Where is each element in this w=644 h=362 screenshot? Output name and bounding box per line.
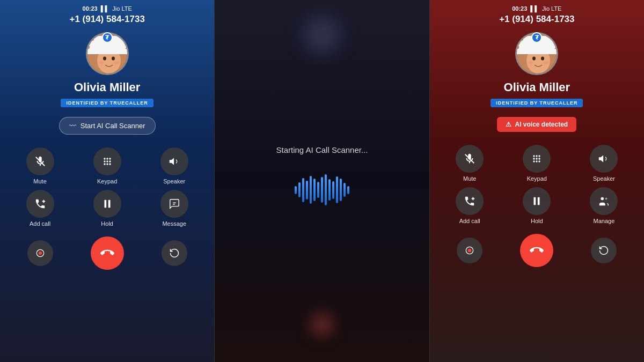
- svg-point-54: [468, 249, 472, 253]
- end-call-button-1[interactable]: [91, 237, 124, 270]
- hold-control-1[interactable]: Hold: [74, 190, 141, 227]
- blurred-face-bottom: [306, 308, 338, 341]
- keypad-control-1[interactable]: Keypad: [74, 147, 141, 184]
- mute-button-3[interactable]: [456, 145, 484, 173]
- avatar-container-1: ₮: [86, 32, 129, 75]
- wave-bar: [328, 179, 331, 201]
- svg-point-17: [106, 163, 108, 165]
- manage-button-3[interactable]: [590, 187, 618, 215]
- keypad-label-3: Keypad: [527, 175, 547, 182]
- avatar-container-3: ₮: [515, 32, 558, 75]
- rec-control-1[interactable]: [6, 240, 74, 266]
- rotate-control-3[interactable]: [570, 238, 638, 263]
- addcall-label-1: Add call: [30, 220, 50, 227]
- truecaller-identified-badge-3: IDENTIFIED BY TRUECALLER: [491, 99, 583, 107]
- addcall-button-3[interactable]: [456, 187, 484, 215]
- wave-bar: [306, 181, 308, 200]
- svg-rect-22: [104, 200, 106, 208]
- svg-point-45: [536, 160, 538, 162]
- svg-rect-50: [534, 197, 536, 205]
- rec-button-3[interactable]: [457, 238, 482, 263]
- speaker-control-3[interactable]: Speaker: [570, 145, 638, 182]
- keypad-button-1[interactable]: [93, 147, 121, 175]
- manage-label-3: Manage: [594, 218, 615, 224]
- bottom-row-3: [430, 230, 644, 267]
- speaker-label-1: Speaker: [163, 178, 185, 184]
- svg-point-26: [38, 252, 42, 255]
- rotate-control-1[interactable]: [141, 240, 208, 266]
- svg-point-8: [114, 61, 119, 64]
- truecaller-identified-badge-1: IDENTIFIED BY TRUECALLER: [61, 99, 153, 107]
- svg-point-34: [541, 57, 544, 61]
- keypad-button-3[interactable]: [523, 145, 551, 173]
- mute-label-3: Mute: [463, 175, 476, 182]
- rec-button-1[interactable]: [27, 240, 53, 266]
- hold-button-1[interactable]: [93, 190, 121, 218]
- end-call-control-3[interactable]: [503, 234, 570, 267]
- addcall-button-1[interactable]: [26, 190, 54, 218]
- wave-bar: [336, 176, 338, 203]
- controls-grid-1: Mute Keypad Speaker: [0, 147, 214, 184]
- wave-bar: [313, 179, 316, 201]
- manage-control-3[interactable]: Manage: [570, 187, 638, 224]
- addcall-control-3[interactable]: Add call: [436, 187, 503, 224]
- carrier-3: Jio LTE: [542, 5, 561, 12]
- svg-point-4: [97, 45, 121, 53]
- svg-point-44: [533, 160, 535, 162]
- hold-button-3[interactable]: [523, 187, 551, 215]
- status-bar-1: 00:23 ▌▌ Jio LTE: [0, 0, 214, 14]
- svg-point-41: [533, 158, 535, 159]
- mute-button-1[interactable]: [26, 147, 54, 175]
- speaker-button-1[interactable]: [160, 147, 188, 175]
- keypad-control-3[interactable]: Keypad: [503, 145, 570, 182]
- scanning-text: Starting AI Call Scanner...: [276, 145, 368, 154]
- svg-point-14: [106, 160, 108, 162]
- wave-bar: [347, 186, 349, 194]
- wave-bar: [298, 182, 301, 197]
- svg-marker-47: [599, 156, 603, 162]
- svg-point-3: [97, 48, 121, 73]
- svg-point-7: [99, 61, 104, 64]
- scanner-btn-label: Start AI Call Scanner: [80, 122, 145, 130]
- svg-point-10: [104, 158, 105, 159]
- svg-point-33: [532, 57, 536, 61]
- svg-point-18: [109, 163, 111, 165]
- svg-rect-23: [108, 200, 110, 208]
- ai-detected-badge: ⚠ AI voice detected: [497, 117, 576, 132]
- message-control-1[interactable]: Message: [141, 190, 208, 227]
- speaker-button-3[interactable]: [590, 145, 618, 173]
- wave-bar: [317, 182, 319, 198]
- hold-label-3: Hold: [531, 218, 543, 224]
- rotate-button-3[interactable]: [591, 238, 617, 263]
- truecaller-badge-icon-3: ₮: [531, 32, 542, 43]
- rec-control-3[interactable]: [436, 238, 503, 263]
- svg-point-36: [543, 61, 548, 64]
- rotate-button-1[interactable]: [162, 240, 187, 266]
- svg-point-35: [528, 61, 533, 64]
- warning-icon: ⚠: [506, 121, 511, 128]
- end-call-button-3[interactable]: [520, 234, 553, 267]
- status-bar-3: 00:23 ▌▌ Jio LTE: [430, 0, 644, 14]
- message-button-1[interactable]: [160, 190, 188, 218]
- end-call-control-1[interactable]: [74, 237, 141, 270]
- panel-1-call-screen: 00:23 ▌▌ Jio LTE +1 (914) 584-1733: [0, 0, 214, 362]
- hold-control-3[interactable]: Hold: [503, 187, 570, 224]
- addcall-control-1[interactable]: Add call: [6, 190, 74, 227]
- call-timer-3: 00:23: [512, 5, 527, 12]
- start-scanner-button-1[interactable]: 〰 Start AI Call Scanner: [59, 117, 156, 135]
- speaker-control-1[interactable]: Speaker: [141, 147, 208, 184]
- svg-point-46: [539, 160, 540, 162]
- svg-point-13: [104, 160, 105, 162]
- keypad-label-1: Keypad: [97, 178, 117, 184]
- speaker-label-3: Speaker: [593, 175, 615, 182]
- svg-point-43: [539, 158, 540, 159]
- svg-point-39: [536, 155, 538, 157]
- signal-icon-3: ▌▌: [530, 5, 539, 12]
- mute-label-1: Mute: [33, 178, 46, 184]
- mute-control-1[interactable]: Mute: [6, 147, 74, 184]
- caller-name-3: Olivia Miller: [504, 80, 570, 94]
- carrier-1: Jio LTE: [112, 5, 131, 12]
- wave-bar: [325, 174, 327, 205]
- truecaller-badge-icon-1: ₮: [102, 32, 113, 43]
- mute-control-3[interactable]: Mute: [436, 145, 503, 182]
